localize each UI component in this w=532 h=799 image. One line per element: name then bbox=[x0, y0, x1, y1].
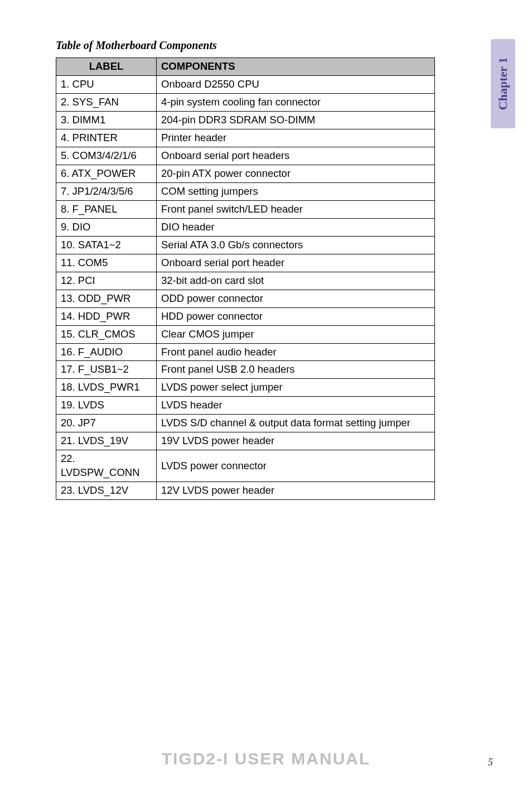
cell-label: 5. COM3/4/2/1/6 bbox=[56, 147, 157, 165]
cell-component: Front panel switch/LED header bbox=[157, 200, 435, 218]
table-row: 16. F_AUDIOFront panel audio header bbox=[56, 343, 435, 361]
table-title: Table of Motherboard Components bbox=[56, 39, 490, 52]
footer: TIGD2-I USER MANUAL bbox=[0, 749, 532, 768]
cell-label: 3. DIMM1 bbox=[56, 111, 157, 129]
cell-label: 11. COM5 bbox=[56, 254, 157, 272]
table-row: 10. SATA1~2Serial ATA 3.0 Gb/s connector… bbox=[56, 236, 435, 254]
table-row: 11. COM5Onboard serial port header bbox=[56, 254, 435, 272]
cell-component: LVDS power connector bbox=[157, 450, 435, 482]
table-row: 18. LVDS_PWR1LVDS power select jumper bbox=[56, 379, 435, 397]
cell-component: 204-pin DDR3 SDRAM SO-DIMM bbox=[157, 111, 435, 129]
cell-label: 8. F_PANEL bbox=[56, 200, 157, 218]
cell-label: 10. SATA1~2 bbox=[56, 236, 157, 254]
table-row: 1. CPUOnboard D2550 CPU bbox=[56, 75, 435, 93]
cell-label: 14. HDD_PWR bbox=[56, 307, 157, 325]
page-number: 5 bbox=[488, 757, 493, 768]
cell-component: ODD power connector bbox=[157, 290, 435, 307]
cell-label: 18. LVDS_PWR1 bbox=[56, 379, 157, 397]
table-row: 14. HDD_PWRHDD power connector bbox=[56, 307, 435, 325]
cell-component: Onboard serial port headers bbox=[157, 147, 435, 165]
table-row: 23. LVDS_12V12V LVDS power header bbox=[56, 482, 435, 500]
cell-component: 12V LVDS power header bbox=[157, 482, 435, 500]
table-row: 13. ODD_PWRODD power connector bbox=[56, 290, 435, 307]
cell-component: COM setting jumpers bbox=[157, 182, 435, 200]
chapter-label: Chapter 1 bbox=[496, 57, 510, 110]
components-table: LABEL COMPONENTS 1. CPUOnboard D2550 CPU… bbox=[56, 57, 435, 500]
table-row: 9. DIODIO header bbox=[56, 218, 435, 236]
cell-component: LVDS header bbox=[157, 397, 435, 415]
cell-label: 16. F_AUDIO bbox=[56, 343, 157, 361]
cell-label: 13. ODD_PWR bbox=[56, 290, 157, 307]
cell-component: HDD power connector bbox=[157, 307, 435, 325]
cell-label: 17. F_USB1~2 bbox=[56, 361, 157, 379]
table-row: 6. ATX_POWER20-pin ATX power connector bbox=[56, 165, 435, 182]
cell-component: Onboard D2550 CPU bbox=[157, 75, 435, 93]
table-row: 4. PRINTERPrinter header bbox=[56, 129, 435, 147]
cell-component: LVDS S/D channel & output data format se… bbox=[157, 415, 435, 432]
cell-component: 4-pin system cooling fan connector bbox=[157, 93, 435, 111]
table-row: 22. LVDSPW_CONNLVDS power connector bbox=[56, 450, 435, 482]
header-label: LABEL bbox=[56, 58, 157, 76]
cell-component: 20-pin ATX power connector bbox=[157, 165, 435, 182]
cell-label: 23. LVDS_12V bbox=[56, 482, 157, 500]
cell-label: 6. ATX_POWER bbox=[56, 165, 157, 182]
cell-component: 19V LVDS power header bbox=[157, 432, 435, 450]
cell-component: Clear CMOS jumper bbox=[157, 325, 435, 343]
cell-label: 21. LVDS_19V bbox=[56, 432, 157, 450]
cell-label: 19. LVDS bbox=[56, 397, 157, 415]
table-row: 21. LVDS_19V19V LVDS power header bbox=[56, 432, 435, 450]
cell-label: 12. PCI bbox=[56, 272, 157, 290]
cell-label: 1. CPU bbox=[56, 75, 157, 93]
cell-label: 20. JP7 bbox=[56, 415, 157, 432]
chapter-tab: Chapter 1 bbox=[491, 39, 515, 128]
cell-label: 15. CLR_CMOS bbox=[56, 325, 157, 343]
table-row: 8. F_PANELFront panel switch/LED header bbox=[56, 200, 435, 218]
table-row: 5. COM3/4/2/1/6Onboard serial port heade… bbox=[56, 147, 435, 165]
table-row: 20. JP7LVDS S/D channel & output data fo… bbox=[56, 415, 435, 432]
cell-label: 9. DIO bbox=[56, 218, 157, 236]
cell-component: LVDS power select jumper bbox=[157, 379, 435, 397]
cell-component: Front panel audio header bbox=[157, 343, 435, 361]
table-row: 2. SYS_FAN4-pin system cooling fan conne… bbox=[56, 93, 435, 111]
cell-component: DIO header bbox=[157, 218, 435, 236]
cell-label: 2. SYS_FAN bbox=[56, 93, 157, 111]
table-row: 12. PCI32-bit add-on card slot bbox=[56, 272, 435, 290]
table-row: 3. DIMM1204-pin DDR3 SDRAM SO-DIMM bbox=[56, 111, 435, 129]
cell-label: 7. JP1/2/4/3/5/6 bbox=[56, 182, 157, 200]
cell-component: Serial ATA 3.0 Gb/s connectors bbox=[157, 236, 435, 254]
table-row: 19. LVDSLVDS header bbox=[56, 397, 435, 415]
table-row: 15. CLR_CMOSClear CMOS jumper bbox=[56, 325, 435, 343]
table-row: 17. F_USB1~2Front panel USB 2.0 headers bbox=[56, 361, 435, 379]
table-header-row: LABEL COMPONENTS bbox=[56, 58, 435, 76]
footer-title: TIGD2-I USER MANUAL bbox=[0, 749, 532, 768]
cell-component: Printer header bbox=[157, 129, 435, 147]
cell-component: 32-bit add-on card slot bbox=[157, 272, 435, 290]
cell-component: Front panel USB 2.0 headers bbox=[157, 361, 435, 379]
cell-component: Onboard serial port header bbox=[157, 254, 435, 272]
table-row: 7. JP1/2/4/3/5/6COM setting jumpers bbox=[56, 182, 435, 200]
cell-label: 22. LVDSPW_CONN bbox=[56, 450, 157, 482]
header-components: COMPONENTS bbox=[157, 58, 435, 76]
cell-label: 4. PRINTER bbox=[56, 129, 157, 147]
